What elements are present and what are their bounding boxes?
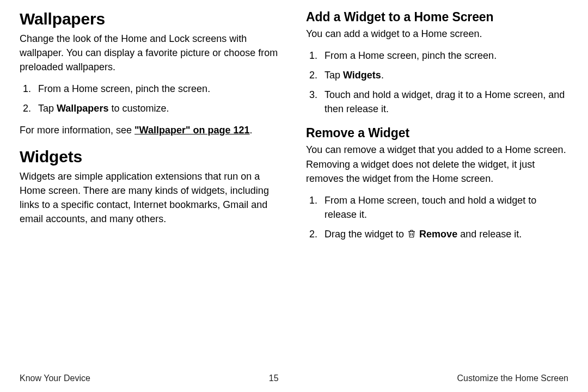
text: . (250, 125, 253, 136)
content-columns: Wallpapers Change the look of the Home a… (20, 10, 568, 370)
footer-right: Customize the Home Screen (457, 373, 568, 383)
right-column: Add a Widget to a Home Screen You can ad… (306, 10, 568, 370)
list-item: From a Home screen, pinch the screen. (320, 48, 568, 63)
text: . (381, 70, 384, 81)
heading-add-widget: Add a Widget to a Home Screen (306, 10, 568, 24)
left-column: Wallpapers Change the look of the Home a… (20, 10, 282, 370)
list-item: From a Home screen, touch and hold a wid… (320, 193, 568, 222)
section-wallpapers: Wallpapers Change the look of the Home a… (20, 10, 282, 138)
section-remove-widget: Remove a Widget You can remove a widget … (306, 126, 568, 242)
section-widgets: Widgets Widgets are simple application e… (20, 148, 282, 226)
remove-widget-intro: You can remove a widget that you added t… (306, 143, 568, 185)
add-widget-steps: From a Home screen, pinch the screen. Ta… (306, 48, 568, 116)
bold-text: Widgets (343, 70, 381, 81)
text: Tap (38, 103, 57, 114)
heading-wallpapers: Wallpapers (20, 10, 282, 28)
bold-text: Wallpapers (57, 103, 108, 114)
bold-text: Remove (419, 229, 457, 240)
wallpapers-steps: From a Home screen, pinch the screen. Ta… (20, 82, 282, 115)
link-wallpaper-page[interactable]: "Wallpaper" on page 121 (134, 125, 249, 136)
text: For more information, see (20, 125, 134, 136)
wallpapers-more-info: For more information, see "Wallpaper" on… (20, 123, 282, 137)
list-item: Drag the widget to Remove and release it… (320, 227, 568, 242)
footer-left: Know Your Device (20, 373, 90, 383)
widgets-intro: Widgets are simple application extension… (20, 169, 282, 226)
heading-widgets: Widgets (20, 148, 282, 166)
heading-remove-widget: Remove a Widget (306, 126, 568, 140)
text: Tap (324, 70, 343, 81)
list-item: From a Home screen, pinch the screen. (34, 82, 282, 96)
list-item: Touch and hold a widget, drag it to a Ho… (320, 88, 568, 116)
page-footer: Know Your Device 15 Customize the Home S… (20, 370, 568, 383)
remove-widget-steps: From a Home screen, touch and hold a wid… (306, 193, 568, 242)
add-widget-intro: You can add a widget to a Home screen. (306, 27, 568, 41)
manual-page: Wallpapers Change the look of the Home a… (0, 0, 588, 392)
section-add-widget: Add a Widget to a Home Screen You can ad… (306, 10, 568, 116)
text: and release it. (457, 229, 522, 240)
list-item: Tap Widgets. (320, 68, 568, 82)
footer-page-number: 15 (269, 373, 279, 383)
trash-icon (407, 228, 416, 242)
text: Drag the widget to (324, 229, 407, 240)
wallpapers-intro: Change the look of the Home and Lock scr… (20, 32, 282, 74)
list-item: Tap Wallpapers to customize. (34, 101, 282, 115)
text: to customize. (108, 103, 169, 114)
